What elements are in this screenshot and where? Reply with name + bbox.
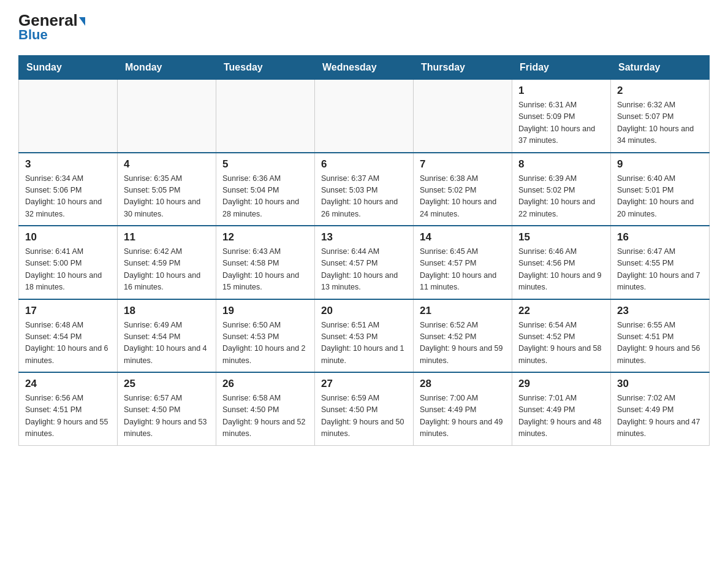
calendar-cell: 5Sunrise: 6:36 AM Sunset: 5:04 PM Daylig…: [216, 153, 315, 226]
calendar-cell: [216, 80, 315, 153]
calendar-cell: 8Sunrise: 6:39 AM Sunset: 5:02 PM Daylig…: [512, 153, 611, 226]
calendar-cell: 4Sunrise: 6:35 AM Sunset: 5:05 PM Daylig…: [118, 153, 216, 226]
calendar-cell: 20Sunrise: 6:51 AM Sunset: 4:53 PM Dayli…: [315, 299, 414, 373]
day-number: 6: [321, 158, 407, 170]
day-number: 8: [518, 158, 604, 170]
day-sun-info: Sunrise: 7:01 AM Sunset: 4:49 PM Dayligh…: [518, 393, 604, 440]
day-of-week-header: Thursday: [414, 56, 512, 80]
day-number: 1: [518, 85, 604, 97]
day-number: 25: [124, 378, 210, 390]
calendar-cell: 2Sunrise: 6:32 AM Sunset: 5:07 PM Daylig…: [611, 80, 710, 153]
day-sun-info: Sunrise: 6:47 AM Sunset: 4:55 PM Dayligh…: [617, 246, 703, 294]
day-sun-info: Sunrise: 6:58 AM Sunset: 4:50 PM Dayligh…: [222, 393, 308, 440]
day-of-week-header: Saturday: [611, 56, 710, 80]
day-sun-info: Sunrise: 6:51 AM Sunset: 4:53 PM Dayligh…: [321, 320, 407, 367]
calendar-table: SundayMondayTuesdayWednesdayThursdayFrid…: [18, 55, 710, 446]
calendar-cell: 11Sunrise: 6:42 AM Sunset: 4:59 PM Dayli…: [118, 226, 216, 299]
day-of-week-header: Wednesday: [315, 56, 414, 80]
day-number: 17: [25, 305, 111, 317]
day-number: 19: [222, 305, 308, 317]
logo-triangle-icon: [79, 17, 85, 26]
calendar-cell: 18Sunrise: 6:49 AM Sunset: 4:54 PM Dayli…: [118, 299, 216, 373]
day-number: 16: [617, 231, 703, 243]
day-number: 5: [222, 158, 308, 170]
day-sun-info: Sunrise: 7:02 AM Sunset: 4:49 PM Dayligh…: [617, 393, 703, 440]
day-sun-info: Sunrise: 6:31 AM Sunset: 5:09 PM Dayligh…: [518, 99, 604, 147]
day-number: 3: [25, 158, 111, 170]
day-sun-info: Sunrise: 6:55 AM Sunset: 4:51 PM Dayligh…: [617, 320, 703, 367]
day-number: 30: [617, 378, 703, 390]
calendar-cell: [19, 80, 118, 153]
calendar-cell: 24Sunrise: 6:56 AM Sunset: 4:51 PM Dayli…: [19, 372, 118, 445]
calendar-cell: 16Sunrise: 6:47 AM Sunset: 4:55 PM Dayli…: [611, 226, 710, 299]
day-sun-info: Sunrise: 6:45 AM Sunset: 4:57 PM Dayligh…: [420, 246, 506, 294]
calendar-cell: 7Sunrise: 6:38 AM Sunset: 5:02 PM Daylig…: [414, 153, 512, 226]
logo-blue: Blue: [18, 27, 48, 43]
calendar-cell: 30Sunrise: 7:02 AM Sunset: 4:49 PM Dayli…: [611, 372, 710, 445]
calendar-cell: 6Sunrise: 6:37 AM Sunset: 5:03 PM Daylig…: [315, 153, 414, 226]
day-sun-info: Sunrise: 6:54 AM Sunset: 4:52 PM Dayligh…: [518, 320, 604, 367]
calendar-cell: 1Sunrise: 6:31 AM Sunset: 5:09 PM Daylig…: [512, 80, 611, 153]
day-sun-info: Sunrise: 7:00 AM Sunset: 4:49 PM Dayligh…: [420, 393, 506, 440]
calendar-cell: 22Sunrise: 6:54 AM Sunset: 4:52 PM Dayli…: [512, 299, 611, 373]
calendar-cell: 12Sunrise: 6:43 AM Sunset: 4:58 PM Dayli…: [216, 226, 315, 299]
calendar-week-row: 1Sunrise: 6:31 AM Sunset: 5:09 PM Daylig…: [19, 80, 710, 153]
calendar-cell: 23Sunrise: 6:55 AM Sunset: 4:51 PM Dayli…: [611, 299, 710, 373]
day-sun-info: Sunrise: 6:43 AM Sunset: 4:58 PM Dayligh…: [222, 246, 308, 294]
calendar-cell: [118, 80, 216, 153]
day-sun-info: Sunrise: 6:39 AM Sunset: 5:02 PM Dayligh…: [518, 173, 604, 221]
day-number: 18: [124, 305, 210, 317]
day-number: 26: [222, 378, 308, 390]
day-sun-info: Sunrise: 6:38 AM Sunset: 5:02 PM Dayligh…: [420, 173, 506, 221]
calendar-cell: 19Sunrise: 6:50 AM Sunset: 4:53 PM Dayli…: [216, 299, 315, 373]
calendar-cell: 26Sunrise: 6:58 AM Sunset: 4:50 PM Dayli…: [216, 372, 315, 445]
calendar-cell: 25Sunrise: 6:57 AM Sunset: 4:50 PM Dayli…: [118, 372, 216, 445]
day-number: 20: [321, 305, 407, 317]
calendar-cell: 28Sunrise: 7:00 AM Sunset: 4:49 PM Dayli…: [414, 372, 512, 445]
logo: General Blue: [18, 12, 85, 43]
day-sun-info: Sunrise: 6:32 AM Sunset: 5:07 PM Dayligh…: [617, 99, 703, 147]
calendar-header-row: SundayMondayTuesdayWednesdayThursdayFrid…: [19, 56, 710, 80]
day-number: 24: [25, 378, 111, 390]
day-sun-info: Sunrise: 6:48 AM Sunset: 4:54 PM Dayligh…: [25, 320, 111, 367]
logo-general: General: [18, 12, 85, 28]
page-header: General Blue: [18, 12, 710, 43]
calendar-cell: 14Sunrise: 6:45 AM Sunset: 4:57 PM Dayli…: [414, 226, 512, 299]
day-of-week-header: Monday: [118, 56, 216, 80]
day-sun-info: Sunrise: 6:42 AM Sunset: 4:59 PM Dayligh…: [124, 246, 210, 294]
day-number: 14: [420, 231, 506, 243]
day-number: 23: [617, 305, 703, 317]
day-number: 12: [222, 231, 308, 243]
day-number: 4: [124, 158, 210, 170]
calendar-cell: [315, 80, 414, 153]
calendar-cell: [414, 80, 512, 153]
calendar-cell: 27Sunrise: 6:59 AM Sunset: 4:50 PM Dayli…: [315, 372, 414, 445]
calendar-week-row: 24Sunrise: 6:56 AM Sunset: 4:51 PM Dayli…: [19, 372, 710, 445]
day-sun-info: Sunrise: 6:36 AM Sunset: 5:04 PM Dayligh…: [222, 173, 308, 221]
day-sun-info: Sunrise: 6:44 AM Sunset: 4:57 PM Dayligh…: [321, 246, 407, 294]
day-sun-info: Sunrise: 6:57 AM Sunset: 4:50 PM Dayligh…: [124, 393, 210, 440]
day-of-week-header: Sunday: [19, 56, 118, 80]
day-sun-info: Sunrise: 6:49 AM Sunset: 4:54 PM Dayligh…: [124, 320, 210, 367]
calendar-cell: 9Sunrise: 6:40 AM Sunset: 5:01 PM Daylig…: [611, 153, 710, 226]
calendar-cell: 29Sunrise: 7:01 AM Sunset: 4:49 PM Dayli…: [512, 372, 611, 445]
day-number: 9: [617, 158, 703, 170]
day-sun-info: Sunrise: 6:52 AM Sunset: 4:52 PM Dayligh…: [420, 320, 506, 367]
day-number: 7: [420, 158, 506, 170]
day-sun-info: Sunrise: 6:50 AM Sunset: 4:53 PM Dayligh…: [222, 320, 308, 367]
day-number: 27: [321, 378, 407, 390]
calendar-cell: 10Sunrise: 6:41 AM Sunset: 5:00 PM Dayli…: [19, 226, 118, 299]
day-of-week-header: Friday: [512, 56, 611, 80]
day-of-week-header: Tuesday: [216, 56, 315, 80]
day-sun-info: Sunrise: 6:59 AM Sunset: 4:50 PM Dayligh…: [321, 393, 407, 440]
calendar-cell: 3Sunrise: 6:34 AM Sunset: 5:06 PM Daylig…: [19, 153, 118, 226]
day-number: 13: [321, 231, 407, 243]
calendar-cell: 21Sunrise: 6:52 AM Sunset: 4:52 PM Dayli…: [414, 299, 512, 373]
day-sun-info: Sunrise: 6:46 AM Sunset: 4:56 PM Dayligh…: [518, 246, 604, 294]
calendar-cell: 15Sunrise: 6:46 AM Sunset: 4:56 PM Dayli…: [512, 226, 611, 299]
day-sun-info: Sunrise: 6:40 AM Sunset: 5:01 PM Dayligh…: [617, 173, 703, 221]
day-number: 11: [124, 231, 210, 243]
calendar-week-row: 17Sunrise: 6:48 AM Sunset: 4:54 PM Dayli…: [19, 299, 710, 373]
day-number: 2: [617, 85, 703, 97]
day-number: 29: [518, 378, 604, 390]
